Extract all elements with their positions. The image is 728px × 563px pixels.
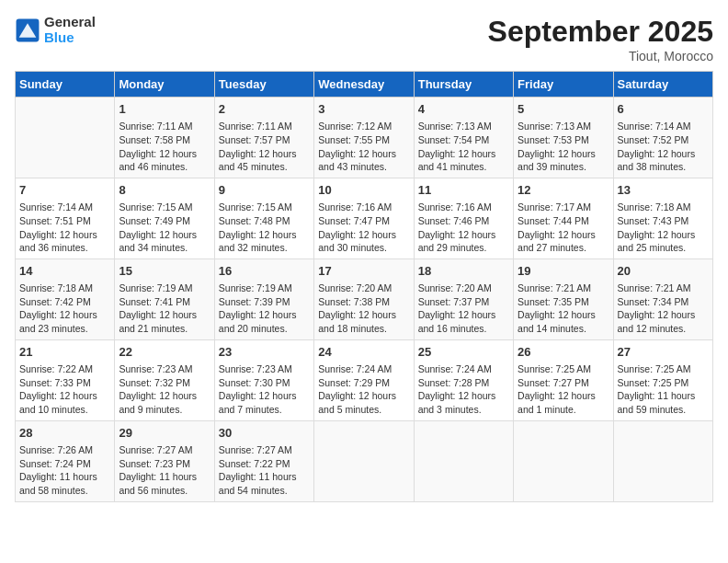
day-info: Sunrise: 7:14 AM Sunset: 7:52 PM Dayligh… [618,120,709,174]
calendar-cell [16,98,115,178]
day-number: 13 [618,182,709,199]
day-number: 11 [418,182,509,199]
day-info: Sunrise: 7:27 AM Sunset: 7:22 PM Dayligh… [219,443,310,498]
day-info: Sunrise: 7:11 AM Sunset: 7:58 PM Dayligh… [119,120,210,174]
day-info: Sunrise: 7:25 AM Sunset: 7:25 PM Dayligh… [618,362,709,417]
day-number: 5 [518,101,609,118]
day-number: 3 [318,101,409,118]
day-number: 19 [518,263,609,280]
logo-line1: General [44,15,96,30]
day-info: Sunrise: 7:13 AM Sunset: 7:54 PM Dayligh… [418,120,509,174]
day-number: 16 [219,263,310,280]
calendar-cell: 19Sunrise: 7:21 AM Sunset: 7:35 PM Dayli… [514,259,613,339]
calendar-cell: 4Sunrise: 7:13 AM Sunset: 7:54 PM Daylig… [414,98,513,178]
calendar-week-row: 21Sunrise: 7:22 AM Sunset: 7:33 PM Dayli… [16,339,713,420]
day-info: Sunrise: 7:24 AM Sunset: 7:28 PM Dayligh… [418,362,509,417]
calendar-cell: 18Sunrise: 7:20 AM Sunset: 7:37 PM Dayli… [414,259,513,339]
calendar-cell: 14Sunrise: 7:18 AM Sunset: 7:42 PM Dayli… [16,259,115,339]
day-info: Sunrise: 7:18 AM Sunset: 7:42 PM Dayligh… [19,282,110,336]
calendar-cell: 2Sunrise: 7:11 AM Sunset: 7:57 PM Daylig… [214,98,313,178]
day-info: Sunrise: 7:19 AM Sunset: 7:41 PM Dayligh… [119,282,210,336]
calendar-cell: 8Sunrise: 7:15 AM Sunset: 7:49 PM Daylig… [115,178,214,259]
day-info: Sunrise: 7:16 AM Sunset: 7:47 PM Dayligh… [318,201,409,255]
calendar-cell [414,420,513,501]
calendar-cell: 12Sunrise: 7:17 AM Sunset: 7:44 PM Dayli… [514,178,613,259]
day-info: Sunrise: 7:27 AM Sunset: 7:23 PM Dayligh… [119,443,210,498]
day-info: Sunrise: 7:18 AM Sunset: 7:43 PM Dayligh… [618,201,709,255]
day-number: 12 [518,182,609,199]
day-number: 14 [19,263,110,280]
calendar-table: SundayMondayTuesdayWednesdayThursdayFrid… [15,71,713,502]
calendar-cell: 17Sunrise: 7:20 AM Sunset: 7:38 PM Dayli… [314,259,414,339]
calendar-cell: 27Sunrise: 7:25 AM Sunset: 7:25 PM Dayli… [613,339,712,420]
day-number: 9 [219,182,310,199]
day-info: Sunrise: 7:21 AM Sunset: 7:34 PM Dayligh… [618,282,709,336]
calendar-week-row: 14Sunrise: 7:18 AM Sunset: 7:42 PM Dayli… [16,259,713,339]
calendar-body: 1Sunrise: 7:11 AM Sunset: 7:58 PM Daylig… [16,98,713,502]
calendar-week-row: 7Sunrise: 7:14 AM Sunset: 7:51 PM Daylig… [16,178,713,259]
day-info: Sunrise: 7:23 AM Sunset: 7:30 PM Dayligh… [219,362,310,417]
day-number: 24 [318,344,409,361]
day-number: 26 [518,344,609,361]
calendar-cell: 29Sunrise: 7:27 AM Sunset: 7:23 PM Dayli… [115,420,214,501]
day-info: Sunrise: 7:12 AM Sunset: 7:55 PM Dayligh… [318,120,409,174]
calendar-cell: 5Sunrise: 7:13 AM Sunset: 7:53 PM Daylig… [514,98,613,178]
weekday-header: Thursday [414,72,513,98]
title-block: September 2025 Tiout, Morocco [488,15,713,63]
calendar-cell: 26Sunrise: 7:25 AM Sunset: 7:27 PM Dayli… [514,339,613,420]
day-info: Sunrise: 7:15 AM Sunset: 7:49 PM Dayligh… [119,201,210,255]
calendar-cell: 13Sunrise: 7:18 AM Sunset: 7:43 PM Dayli… [613,178,712,259]
day-number: 22 [119,344,210,361]
day-number: 23 [219,344,310,361]
day-number: 28 [19,425,110,442]
weekday-header: Wednesday [314,72,414,98]
day-info: Sunrise: 7:19 AM Sunset: 7:39 PM Dayligh… [219,282,310,336]
day-number: 10 [318,182,409,199]
calendar-cell: 6Sunrise: 7:14 AM Sunset: 7:52 PM Daylig… [613,98,712,178]
day-number: 17 [318,263,409,280]
day-info: Sunrise: 7:26 AM Sunset: 7:24 PM Dayligh… [19,443,110,498]
calendar-cell: 7Sunrise: 7:14 AM Sunset: 7:51 PM Daylig… [16,178,115,259]
day-number: 29 [119,425,210,442]
day-info: Sunrise: 7:13 AM Sunset: 7:53 PM Dayligh… [518,120,609,174]
day-info: Sunrise: 7:15 AM Sunset: 7:48 PM Dayligh… [219,201,310,255]
day-number: 21 [19,344,110,361]
day-info: Sunrise: 7:22 AM Sunset: 7:33 PM Dayligh… [19,362,110,417]
logo-text: General Blue [44,15,96,45]
weekday-header: Monday [115,72,214,98]
calendar-cell: 30Sunrise: 7:27 AM Sunset: 7:22 PM Dayli… [214,420,313,501]
page-header: General Blue September 2025 Tiout, Moroc… [15,15,713,63]
day-info: Sunrise: 7:20 AM Sunset: 7:38 PM Dayligh… [318,282,409,336]
calendar-cell: 20Sunrise: 7:21 AM Sunset: 7:34 PM Dayli… [613,259,712,339]
calendar-cell: 22Sunrise: 7:23 AM Sunset: 7:32 PM Dayli… [115,339,214,420]
day-number: 2 [219,101,310,118]
day-number: 27 [618,344,709,361]
calendar-cell: 1Sunrise: 7:11 AM Sunset: 7:58 PM Daylig… [115,98,214,178]
day-info: Sunrise: 7:20 AM Sunset: 7:37 PM Dayligh… [418,282,509,336]
day-info: Sunrise: 7:14 AM Sunset: 7:51 PM Dayligh… [19,201,110,255]
calendar-cell: 28Sunrise: 7:26 AM Sunset: 7:24 PM Dayli… [16,420,115,501]
day-number: 8 [119,182,210,199]
calendar-cell: 23Sunrise: 7:23 AM Sunset: 7:30 PM Dayli… [214,339,313,420]
day-number: 7 [19,182,110,199]
calendar-cell: 15Sunrise: 7:19 AM Sunset: 7:41 PM Dayli… [115,259,214,339]
logo-line2: Blue [44,30,96,46]
day-info: Sunrise: 7:17 AM Sunset: 7:44 PM Dayligh… [518,201,609,255]
calendar-week-row: 1Sunrise: 7:11 AM Sunset: 7:58 PM Daylig… [16,98,713,178]
calendar-cell: 11Sunrise: 7:16 AM Sunset: 7:46 PM Dayli… [414,178,513,259]
weekday-header: Sunday [16,72,115,98]
day-info: Sunrise: 7:21 AM Sunset: 7:35 PM Dayligh… [518,282,609,336]
calendar-week-row: 28Sunrise: 7:26 AM Sunset: 7:24 PM Dayli… [16,420,713,501]
day-number: 6 [618,101,709,118]
calendar-cell [613,420,712,501]
day-info: Sunrise: 7:25 AM Sunset: 7:27 PM Dayligh… [518,362,609,417]
weekday-header: Tuesday [214,72,313,98]
calendar-cell: 21Sunrise: 7:22 AM Sunset: 7:33 PM Dayli… [16,339,115,420]
weekday-row: SundayMondayTuesdayWednesdayThursdayFrid… [16,72,713,98]
day-number: 30 [219,425,310,442]
weekday-header: Saturday [613,72,712,98]
calendar-cell: 24Sunrise: 7:24 AM Sunset: 7:29 PM Dayli… [314,339,414,420]
calendar-cell: 3Sunrise: 7:12 AM Sunset: 7:55 PM Daylig… [314,98,414,178]
calendar-cell [314,420,414,501]
day-number: 20 [618,263,709,280]
